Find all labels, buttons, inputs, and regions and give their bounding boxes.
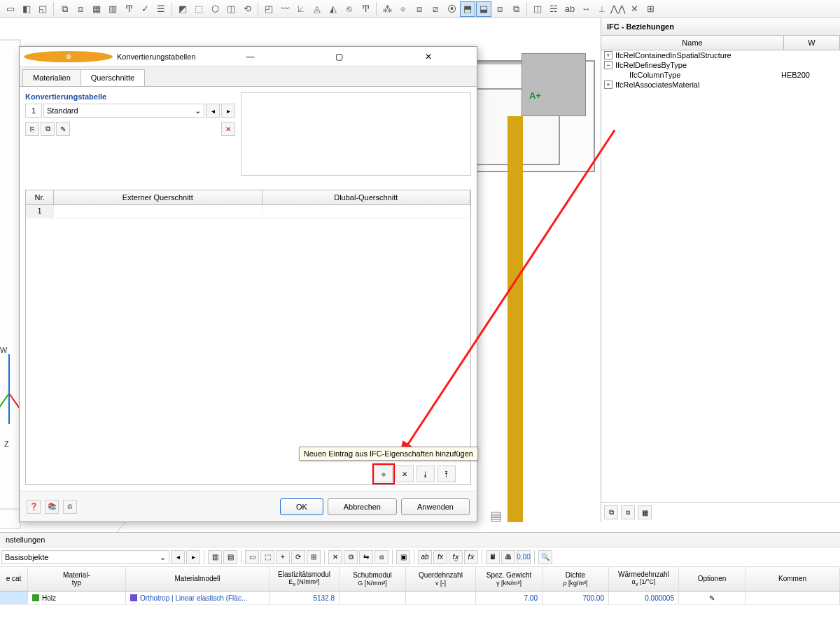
tool-button[interactable]: ⇆ xyxy=(359,550,373,564)
tb-icon[interactable]: ⟂ xyxy=(594,1,610,17)
table-row[interactable]: 1 xyxy=(26,205,470,218)
delete-table-button[interactable]: ✕ xyxy=(221,122,235,136)
mapping-grid[interactable]: Nr. Externer Querschnitt Dlubal-Querschn… xyxy=(25,190,471,485)
tab-materialien[interactable]: Materialien xyxy=(22,69,81,86)
prev-button[interactable]: ◂ xyxy=(171,550,185,564)
tool-button[interactable]: fx̲ xyxy=(449,550,463,564)
dialog-titlebar[interactable]: ⚙ Konvertierungstabellen — ▢ ✕ xyxy=(20,47,477,66)
tool-button[interactable]: + xyxy=(276,550,290,564)
tb-icon[interactable]: ◭ xyxy=(326,1,341,17)
main-toolbar[interactable]: ▭ ◧ ◱ ⧉ ⧈ ▦ ▥ Ͳ ✓ ☰ ◩ ⬚ ⬡ ◫ ⟲ ◰ 〰 ⟀ ◬ ◭ … xyxy=(0,0,840,18)
tb-icon[interactable]: ⧈ xyxy=(492,1,507,17)
close-button[interactable]: ✕ xyxy=(384,48,472,65)
tb-icon[interactable]: ⟐ xyxy=(396,1,411,17)
new-table-button[interactable]: ⎘ xyxy=(25,122,39,136)
tb-icon[interactable]: Ͳ xyxy=(121,1,136,17)
tb-icon[interactable]: ⧄ xyxy=(428,1,443,17)
tb-icon[interactable]: ⧇ xyxy=(412,1,427,17)
tool-button[interactable]: 🖩 xyxy=(486,550,500,564)
tool-button[interactable]: ▭ xyxy=(245,550,259,564)
tb-icon[interactable]: ab xyxy=(562,1,578,17)
tb-icon[interactable]: ◱ xyxy=(35,1,50,17)
tool-button[interactable]: ⬚ xyxy=(260,550,274,564)
ok-button[interactable]: OK xyxy=(280,498,323,515)
tool-button[interactable]: fẋ xyxy=(464,550,478,564)
tb-icon[interactable]: ◬ xyxy=(309,1,325,17)
search-button[interactable]: 🔍 xyxy=(538,550,552,564)
tb-icon[interactable]: ▭ xyxy=(3,1,18,17)
view-selector[interactable]: Basisobjekte xyxy=(1,550,169,564)
ifc-tree-row[interactable]: + IfcRelAssociatesMaterial xyxy=(601,80,840,90)
tool-button[interactable]: fx xyxy=(433,550,447,564)
tb-icon[interactable]: ▦ xyxy=(89,1,104,17)
tb-icon[interactable]: ◩ xyxy=(175,1,190,17)
tb-icon[interactable]: ⧉ xyxy=(57,1,72,17)
tb-icon[interactable]: ⋀⋀ xyxy=(610,1,626,17)
ifc-tool-button[interactable]: ⧉ xyxy=(604,505,618,519)
minimize-button[interactable]: — xyxy=(206,48,295,65)
ifc-tool-button[interactable]: ⧈ xyxy=(621,505,635,519)
collapse-icon[interactable]: − xyxy=(604,61,612,69)
ifc-tree-row[interactable]: − IfcRelDefinesByType xyxy=(601,60,840,70)
next-button[interactable]: ▸ xyxy=(221,104,235,118)
tb-icon[interactable]: ◧ xyxy=(19,1,34,17)
tb-icon[interactable]: ⟀ xyxy=(293,1,309,17)
tb-icon[interactable]: ⬚ xyxy=(191,1,206,17)
tool-button[interactable]: ⧉ xyxy=(344,550,358,564)
maximize-button[interactable]: ▢ xyxy=(295,48,384,65)
tb-icon[interactable]: Ͳ xyxy=(358,1,373,17)
tb-icon[interactable]: ✓ xyxy=(137,1,153,17)
tb-icon[interactable]: ⧉ xyxy=(508,1,524,17)
tb-icon[interactable]: ⊞ xyxy=(643,1,658,17)
rename-button[interactable]: ✎ xyxy=(56,122,70,136)
tb-icon[interactable]: ⁂ xyxy=(379,1,395,17)
tb-icon[interactable]: ◫ xyxy=(223,1,239,17)
apply-button[interactable]: Anwenden xyxy=(401,498,470,515)
help-button[interactable]: ❓ xyxy=(27,500,41,514)
tb-icon[interactable]: ⧈ xyxy=(73,1,88,17)
import-button[interactable]: ⭳ xyxy=(416,465,435,482)
tb-icon[interactable]: ⬒ xyxy=(460,1,475,17)
tb-icon[interactable]: ⦿ xyxy=(444,1,459,17)
expand-icon[interactable]: + xyxy=(604,80,612,89)
filter-button[interactable]: ▤ xyxy=(223,550,237,564)
tb-icon[interactable]: ⬓ xyxy=(476,1,491,17)
next-button[interactable]: ▸ xyxy=(186,550,200,564)
tb-icon[interactable]: ▥ xyxy=(105,1,120,17)
prev-button[interactable]: ◂ xyxy=(206,104,220,118)
tool-button[interactable]: 0,00 xyxy=(517,550,531,564)
remove-entry-button[interactable]: ✕ xyxy=(396,465,414,482)
tool-button[interactable]: ✕ xyxy=(328,550,342,564)
tb-icon[interactable]: ⬡ xyxy=(207,1,223,17)
ifc-tree-row[interactable]: IfcColumnType HEB200 xyxy=(601,70,840,80)
tb-icon[interactable]: ☰ xyxy=(153,1,169,17)
tb-icon[interactable]: ↔ xyxy=(578,1,594,17)
library-button[interactable]: 📚 xyxy=(45,500,59,514)
settings-button[interactable]: ⛭ xyxy=(63,500,77,514)
ifc-tool-button[interactable]: ▦ xyxy=(638,505,652,519)
tb-icon[interactable]: ☵ xyxy=(546,1,561,17)
tool-button[interactable]: ⟳ xyxy=(291,550,305,564)
tb-icon[interactable]: ✕ xyxy=(626,1,642,17)
add-from-ifc-button[interactable]: ⎆ xyxy=(374,465,393,482)
workplane-icon[interactable]: ▤ xyxy=(490,508,502,524)
expand-icon[interactable]: + xyxy=(604,51,612,59)
tb-icon[interactable]: ◫ xyxy=(530,1,545,17)
material-row[interactable]: Holz Orthotrop | Linear elastisch (Fläc.… xyxy=(0,592,840,605)
tab-querschnitte[interactable]: Querschnitte xyxy=(80,69,145,86)
tb-icon[interactable]: ⟲ xyxy=(239,1,255,17)
tb-icon[interactable]: ⎋ xyxy=(342,1,357,17)
table-select[interactable]: Standard xyxy=(43,104,204,118)
ifc-tree-row[interactable]: + IfcRelContainedInSpatialStructure xyxy=(601,50,840,60)
tool-button[interactable]: ⊞ xyxy=(307,550,321,564)
export-button[interactable]: ⭱ xyxy=(438,465,456,482)
tb-icon[interactable]: ◰ xyxy=(261,1,276,17)
filter-button[interactable]: ▥ xyxy=(208,550,222,564)
tb-icon[interactable]: 〰 xyxy=(277,1,293,17)
tool-button[interactable]: ab xyxy=(418,550,432,564)
cancel-button[interactable]: Abbrechen xyxy=(328,498,397,515)
tool-button[interactable]: ▣ xyxy=(396,550,410,564)
tool-button[interactable]: 🖶 xyxy=(501,550,515,564)
tool-button[interactable]: ⧈ xyxy=(374,550,388,564)
copy-table-button[interactable]: ⧉ xyxy=(41,122,55,136)
